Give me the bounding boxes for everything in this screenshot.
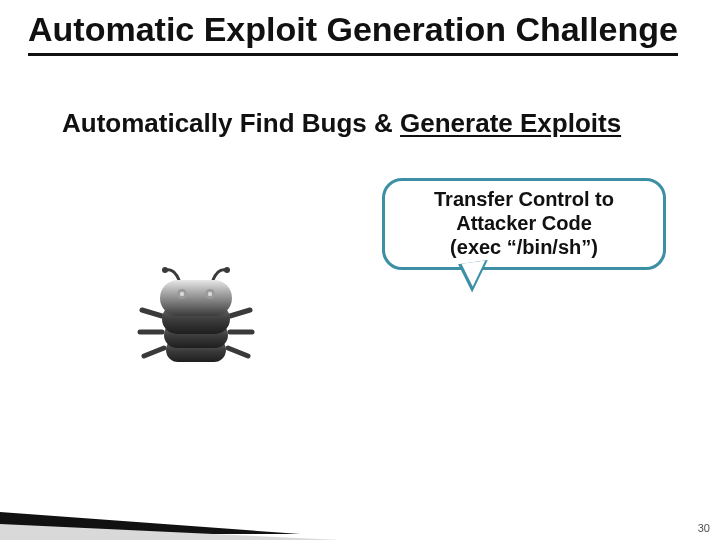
- svg-point-0: [162, 267, 168, 273]
- svg-point-13: [180, 292, 184, 296]
- callout-line-3: (exec “/bin/sh”): [385, 235, 663, 259]
- slide: Automatic Exploit Generation Challenge A…: [0, 0, 720, 540]
- callout-line-1: Transfer Control to: [385, 187, 663, 211]
- bug-icon: [136, 264, 256, 384]
- svg-line-4: [144, 348, 164, 356]
- callout-bubble: Transfer Control to Attacker Code (exec …: [382, 178, 666, 270]
- subtitle-underlined: Generate Exploits: [400, 108, 621, 138]
- svg-point-1: [224, 267, 230, 273]
- callout-line-2: Attacker Code: [385, 211, 663, 235]
- svg-point-15: [208, 292, 212, 296]
- svg-line-7: [228, 348, 248, 356]
- page-number: 30: [698, 522, 710, 534]
- subtitle-prefix: Automatically Find Bugs &: [62, 108, 400, 138]
- slide-title: Automatic Exploit Generation Challenge: [28, 10, 678, 56]
- slide-accent-shape: [0, 470, 350, 540]
- svg-line-5: [230, 310, 250, 316]
- svg-line-2: [142, 310, 162, 316]
- svg-rect-11: [160, 280, 232, 316]
- slide-subtitle: Automatically Find Bugs & Generate Explo…: [62, 108, 621, 139]
